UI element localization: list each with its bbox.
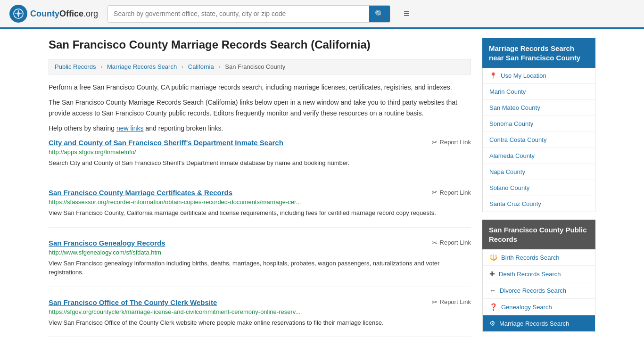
report-icon-3: ✂ (432, 298, 438, 306)
breadcrumb: Public Records › Marriage Records Search… (49, 59, 471, 74)
breadcrumb-sep-2: › (182, 63, 183, 70)
logo-text: CountyOffice.org (30, 9, 98, 19)
result-title-2[interactable]: San Francisco Genealogy Records (49, 239, 165, 247)
search-button[interactable]: 🔍 (369, 6, 390, 22)
page-title: San Francisco County Marriage Records Se… (49, 38, 471, 51)
pub-record-link-1[interactable]: Death Records Search (499, 271, 561, 278)
search-bar: 🔍 (107, 5, 390, 23)
report-link-label-2: Report Link (440, 239, 471, 246)
result-title-3[interactable]: San Francisco Office of The County Clerk… (49, 298, 217, 306)
nearby-county-link-7[interactable]: Santa Cruz County (489, 200, 541, 207)
report-icon-2: ✂ (432, 239, 438, 247)
result-url-3[interactable]: https://sfgov.org/countyclerk/marriage-l… (49, 308, 471, 315)
nearby-county-link-4[interactable]: Alameda County (489, 152, 535, 159)
nearby-county-item-0[interactable]: Marin County (483, 84, 595, 100)
report-link-btn-2[interactable]: ✂ Report Link (432, 239, 471, 247)
result-title-0[interactable]: City and County of San Francisco Sheriff… (49, 139, 283, 147)
location-pin-icon: 📍 (489, 72, 497, 79)
nearby-county-item-2[interactable]: Sonoma County (483, 116, 595, 132)
nearby-county-item-6[interactable]: Solano County (483, 180, 595, 196)
logo-icon (9, 5, 27, 23)
result-url-2[interactable]: http://www.sfgenealogy.com/sf/sfdata.htm (49, 249, 471, 256)
description-1: Perform a free San Francisco County, CA … (49, 82, 471, 92)
description-3: Help others by sharing new links and rep… (49, 123, 471, 133)
pub-record-icon-2: ↔ (489, 287, 496, 294)
result-desc-3: View San Francisco Office of the County … (49, 318, 471, 328)
nearby-county-item-3[interactable]: Contra Costa County (483, 132, 595, 148)
result-desc-1: View San Francisco County, California ma… (49, 208, 471, 218)
report-link-label-1: Report Link (440, 189, 471, 196)
pub-record-link-2[interactable]: Divorce Records Search (500, 287, 566, 294)
main-container: San Francisco County Marriage Records Se… (39, 29, 605, 358)
public-record-item-4[interactable]: ⚙ Marriage Records Search (483, 315, 595, 331)
nearby-county-item-4[interactable]: Alameda County (483, 148, 595, 164)
public-record-item-3[interactable]: ❓ Genealogy Search (483, 299, 595, 315)
pub-record-icon-3: ❓ (489, 303, 497, 311)
result-desc-2: View San Francisco genealogy information… (49, 259, 471, 277)
site-header: CountyOffice.org 🔍 ≡ (0, 0, 644, 29)
result-item-3: San Francisco Office of The County Clerk… (49, 298, 471, 337)
result-item-0: City and County of San Francisco Sheriff… (49, 139, 471, 178)
nearby-counties-list: Marin CountySan Mateo CountySonoma Count… (483, 84, 595, 212)
nearby-county-link-5[interactable]: Napa County (489, 168, 525, 175)
nearby-county-link-1[interactable]: San Mateo County (489, 104, 540, 111)
breadcrumb-link-marriage[interactable]: Marriage Records Search (107, 63, 177, 70)
pub-record-link-3[interactable]: Genealogy Search (501, 304, 552, 311)
nearby-county-item-7[interactable]: Santa Cruz County (483, 196, 595, 212)
result-desc-0: Search City and County of San Francisco … (49, 158, 471, 168)
result-title-row-1: San Francisco County Marriage Certificat… (49, 189, 471, 197)
report-icon-1: ✂ (432, 189, 438, 196)
nearby-county-link-2[interactable]: Sonoma County (489, 120, 533, 127)
pub-record-icon-0: 🔱 (489, 254, 497, 261)
report-link-label-3: Report Link (440, 298, 471, 305)
use-my-location-link[interactable]: Use My Location (501, 72, 546, 79)
result-url-1[interactable]: https://sfassessor.org/recorder-informat… (49, 198, 471, 206)
public-records-items: 🔱 Birth Records Search ✚ Death Records S… (483, 249, 595, 331)
public-records-header: San Francisco County Public Records (482, 220, 595, 249)
nearby-county-link-0[interactable]: Marin County (489, 88, 526, 95)
result-item-1: San Francisco County Marriage Certificat… (49, 189, 471, 228)
use-my-location-item[interactable]: 📍 Use My Location (483, 68, 595, 84)
pub-record-link-0[interactable]: Birth Records Search (501, 254, 560, 261)
report-link-btn-3[interactable]: ✂ Report Link (432, 298, 471, 306)
report-icon-0: ✂ (432, 139, 438, 146)
breadcrumb-current: San Francisco County (225, 63, 285, 70)
result-title-1[interactable]: San Francisco County Marriage Certificat… (49, 189, 232, 197)
new-links-link[interactable]: new links (116, 124, 144, 132)
nearby-county-link-6[interactable]: Solano County (489, 184, 529, 191)
results-list: City and County of San Francisco Sheriff… (49, 139, 471, 337)
result-url-0[interactable]: http://apps.sfgov.org/InmateInfo/ (49, 148, 471, 156)
description-3-pre: Help others by sharing (49, 124, 116, 132)
pub-record-icon-4: ⚙ (489, 320, 495, 327)
breadcrumb-sep-3: › (218, 63, 220, 70)
result-title-row-3: San Francisco Office of The County Clerk… (49, 298, 471, 306)
sidebar: Marriage Records Search near San Francis… (482, 38, 595, 348)
pub-record-link-4[interactable]: Marriage Records Search (499, 320, 569, 327)
public-record-item-2[interactable]: ↔ Divorce Records Search (483, 282, 595, 299)
public-record-item-1[interactable]: ✚ Death Records Search (483, 266, 595, 282)
nearby-section: Marriage Records Search near San Francis… (482, 38, 595, 212)
nearby-county-link-3[interactable]: Contra Costa County (489, 136, 546, 143)
nearby-list: 📍 Use My Location Marin CountySan Mateo … (482, 68, 595, 212)
result-title-row-0: City and County of San Francisco Sheriff… (49, 139, 471, 147)
breadcrumb-link-public-records[interactable]: Public Records (55, 63, 96, 70)
report-link-label-0: Report Link (440, 139, 471, 146)
report-link-btn-1[interactable]: ✂ Report Link (432, 189, 471, 196)
search-input[interactable] (108, 6, 369, 21)
pub-record-icon-1: ✚ (489, 270, 495, 278)
breadcrumb-sep-1: › (100, 63, 102, 70)
result-title-row-2: San Francisco Genealogy Records ✂ Report… (49, 239, 471, 247)
public-records-list: 🔱 Birth Records Search ✚ Death Records S… (482, 249, 595, 332)
nearby-header: Marriage Records Search near San Francis… (482, 38, 595, 68)
site-logo[interactable]: CountyOffice.org (9, 5, 98, 23)
public-record-item-0[interactable]: 🔱 Birth Records Search (483, 249, 595, 266)
breadcrumb-link-california[interactable]: California (188, 63, 214, 70)
content-area: San Francisco County Marriage Records Se… (49, 38, 471, 348)
report-link-btn-0[interactable]: ✂ Report Link (432, 139, 471, 146)
nearby-county-item-1[interactable]: San Mateo County (483, 100, 595, 116)
public-records-section: San Francisco County Public Records 🔱 Bi… (482, 220, 595, 332)
nearby-county-item-5[interactable]: Napa County (483, 164, 595, 180)
hamburger-menu-button[interactable]: ≡ (400, 6, 413, 22)
description-2: The San Francisco County Marriage Record… (49, 97, 471, 118)
description-3-post: and reporting broken links. (144, 124, 223, 132)
